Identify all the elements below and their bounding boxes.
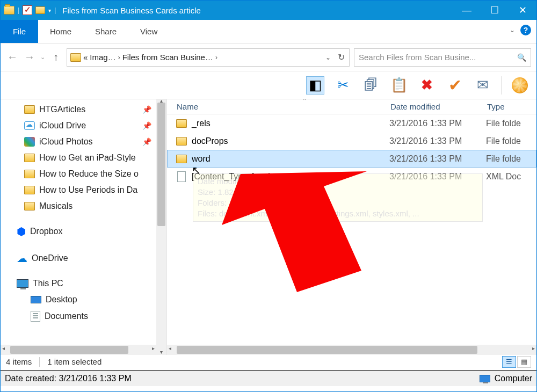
tree-item-htgarticles[interactable]: HTGArticles📌 xyxy=(1,101,166,118)
status-bar: 4 items 1 item selected ☰ ▦ xyxy=(1,353,536,370)
pin-icon: 📌 xyxy=(142,121,151,130)
tree-item-thispc[interactable]: This PC xyxy=(1,275,166,292)
computer-icon xyxy=(480,375,490,382)
documents-icon xyxy=(31,311,40,322)
tree-item-iclouddrive[interactable]: iCloud Drive📌 xyxy=(1,118,166,134)
folder-icon xyxy=(24,186,35,194)
shell-extension-icon[interactable] xyxy=(512,77,528,93)
file-list[interactable]: ⌃Name Date modified Type _rels3/21/2016 … xyxy=(167,99,536,355)
collapse-ribbon-icon[interactable]: ⌄ xyxy=(510,26,515,34)
tree-vertical-scrollbar[interactable]: ▴▾ xyxy=(156,99,166,355)
properties-icon[interactable] xyxy=(23,5,32,15)
breadcrumb-sep-1[interactable]: › xyxy=(118,54,120,61)
breadcrumb-sep-2[interactable]: › xyxy=(215,54,217,61)
breadcrumb-overflow[interactable]: « xyxy=(83,53,88,62)
details-view-button[interactable]: ☰ xyxy=(502,356,516,368)
address-bar[interactable]: « Imag… › Files from Scan Busine… › ⌄ ↻ xyxy=(67,48,350,67)
tree-item-icloudphotos[interactable]: iCloud Photos📌 xyxy=(1,134,166,150)
maximize-button[interactable]: ☐ xyxy=(481,1,509,20)
refresh-button[interactable]: ↻ xyxy=(338,52,345,62)
title-bar: | ▾ | Files from Scan Business Cards art… xyxy=(1,1,536,20)
tree-horizontal-scrollbar[interactable]: ◂▸ xyxy=(1,345,156,355)
delete-button[interactable]: ✖ xyxy=(418,76,436,95)
toolbar-separator xyxy=(502,76,502,95)
cut-button[interactable]: ✂ xyxy=(334,76,352,95)
quick-access-toolbar: | ▾ | xyxy=(1,5,59,15)
search-box[interactable]: 🔍 xyxy=(354,48,531,67)
list-header[interactable]: ⌃Name Date modified Type xyxy=(167,99,536,114)
rename-button[interactable]: ✔ xyxy=(446,76,464,95)
pin-icon: 📌 xyxy=(142,137,151,146)
qat-divider: | xyxy=(18,6,19,14)
tree-item-folder[interactable]: How to Use Periods in Da xyxy=(1,182,166,198)
folder-tooltip: Date modified: 3/21/2016 1:33 PM Size: 1… xyxy=(193,173,483,222)
folder-icon xyxy=(24,154,35,162)
icons-view-button[interactable]: ▦ xyxy=(517,356,531,368)
status-item-count: 4 items xyxy=(6,357,32,366)
folder-icon xyxy=(24,202,35,210)
tree-item-documents[interactable]: Documents xyxy=(1,308,166,325)
preview-pane-button[interactable]: ◧ xyxy=(306,76,324,95)
file-row[interactable]: _rels3/21/2016 1:33 PMFile folde xyxy=(167,114,536,132)
folder-icon xyxy=(24,170,35,178)
file-tab[interactable]: File xyxy=(1,20,38,43)
breadcrumb-1[interactable]: Imag… xyxy=(90,53,115,62)
list-horizontal-scrollbar[interactable]: ◂▸ xyxy=(167,345,536,355)
ribbon: File Home Share View ⌄ ? xyxy=(1,20,536,43)
file-row-selected[interactable]: word3/21/2016 1:33 PMFile folde xyxy=(167,150,536,168)
xml-file-icon xyxy=(177,171,186,182)
folder-icon xyxy=(24,105,35,114)
search-input[interactable] xyxy=(359,53,526,62)
column-type[interactable]: Type xyxy=(487,102,536,111)
photos-icon xyxy=(24,137,35,147)
status-selection: 1 item selected xyxy=(47,357,101,366)
folder-icon xyxy=(176,137,187,146)
history-dropdown-icon[interactable]: ⌄ xyxy=(40,54,45,61)
sort-ascending-icon: ⌃ xyxy=(302,99,307,104)
folder-icon[interactable] xyxy=(4,6,14,14)
tree-item-dropbox[interactable]: ⬢Dropbox xyxy=(1,222,166,241)
status-separator xyxy=(39,357,40,367)
pin-icon: 📌 xyxy=(142,105,151,114)
view-tab[interactable]: View xyxy=(128,20,169,43)
address-folder-icon xyxy=(70,53,81,62)
tree-item-folder[interactable]: How to Reduce the Size o xyxy=(1,166,166,182)
footer-date: Date created: 3/21/2016 1:33 PM xyxy=(5,374,132,383)
home-tab[interactable]: Home xyxy=(38,20,83,43)
main-area: HTGArticles📌 iCloud Drive📌 iCloud Photos… xyxy=(1,99,536,355)
back-button[interactable]: ← xyxy=(6,51,19,64)
view-buttons: ☰ ▦ xyxy=(502,356,531,368)
breadcrumb-2[interactable]: Files from Scan Busine… xyxy=(122,53,213,62)
tree-item-onedrive[interactable]: ☁OneDrive xyxy=(1,249,166,268)
cloud-icon xyxy=(24,121,35,130)
share-tab[interactable]: Share xyxy=(83,20,128,43)
help-button[interactable]: ? xyxy=(520,25,531,35)
search-icon[interactable]: 🔍 xyxy=(517,53,526,62)
footer-computer: Computer xyxy=(480,374,532,383)
paste-button[interactable]: 📋 xyxy=(390,76,408,95)
window-title: Files from Scan Business Cards article xyxy=(62,6,453,15)
copy-button[interactable]: 🗐 xyxy=(362,76,380,95)
new-folder-icon[interactable] xyxy=(35,6,45,14)
forward-button[interactable]: → xyxy=(23,51,36,64)
footer-bar: Date created: 3/21/2016 1:33 PM Computer xyxy=(1,370,536,386)
minimize-button[interactable]: — xyxy=(453,1,481,20)
tree-item-desktop[interactable]: Desktop xyxy=(1,292,166,308)
file-row[interactable]: docProps3/21/2016 1:33 PMFile folde xyxy=(167,132,536,150)
column-date[interactable]: Date modified xyxy=(390,102,487,111)
tree-item-folder[interactable]: How to Get an iPad-Style xyxy=(1,150,166,166)
navigation-tree[interactable]: HTGArticles📌 iCloud Drive📌 iCloud Photos… xyxy=(1,99,167,355)
qat-dropdown-icon[interactable]: ▾ xyxy=(48,8,51,13)
column-name[interactable]: ⌃Name xyxy=(177,102,390,111)
close-button[interactable]: ✕ xyxy=(509,1,536,20)
desktop-icon xyxy=(31,296,41,303)
toolbar: ◧ ✂ 🗐 📋 ✖ ✔ ✉ xyxy=(1,71,536,99)
pc-icon xyxy=(17,279,28,288)
address-dropdown-icon[interactable]: ⌄ xyxy=(325,54,331,61)
tree-item-folder[interactable]: Musicals xyxy=(1,198,166,214)
onedrive-icon: ☁ xyxy=(17,252,27,265)
email-button[interactable]: ✉ xyxy=(474,76,492,95)
dropbox-icon: ⬢ xyxy=(17,225,26,238)
up-button[interactable]: ↑ xyxy=(49,51,62,64)
qat-divider-2: | xyxy=(54,6,56,14)
